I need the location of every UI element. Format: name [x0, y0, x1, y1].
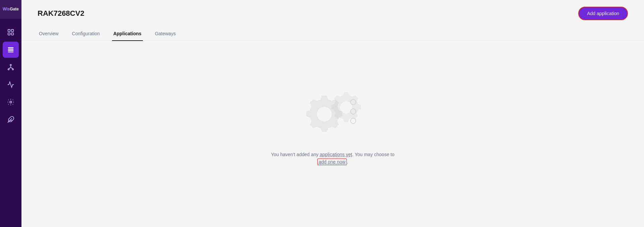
- main-content: RAK7268CV2 Add application Overview Conf…: [21, 0, 644, 227]
- page-title: RAK7268CV2: [38, 9, 84, 18]
- content-area: You haven't added any applications yet. …: [21, 41, 644, 227]
- sidebar-nav: [0, 21, 21, 130]
- sidebar-logo: WisGate: [0, 0, 21, 19]
- puzzle-icon: [7, 116, 14, 123]
- analytics-icon: [7, 81, 14, 88]
- svg-point-10: [12, 69, 14, 70]
- empty-illustration: [303, 89, 363, 143]
- sidebar-item-devices[interactable]: [3, 42, 19, 58]
- svg-rect-4: [8, 47, 14, 48]
- list-circle-2: [350, 108, 356, 115]
- list-circle-1: [350, 99, 356, 105]
- sidebar: WisGate: [0, 0, 21, 227]
- tab-configuration[interactable]: Configuration: [70, 27, 101, 41]
- tab-applications[interactable]: Applications: [112, 27, 143, 41]
- gear-icon: [7, 98, 14, 106]
- add-one-now-link[interactable]: add one now: [317, 158, 347, 165]
- empty-message-part1: You haven't added any: [271, 152, 320, 157]
- sidebar-item-plugins[interactable]: [3, 111, 19, 128]
- sidebar-item-dashboard[interactable]: [3, 24, 19, 40]
- svg-rect-5: [8, 49, 14, 50]
- header: RAK7268CV2 Add application: [21, 0, 644, 27]
- svg-rect-1: [11, 30, 13, 32]
- svg-line-13: [11, 67, 13, 69]
- add-application-button[interactable]: Add application: [578, 7, 628, 20]
- list-lines: [350, 99, 356, 124]
- tab-gateways[interactable]: Gateways: [154, 27, 177, 41]
- svg-point-9: [8, 69, 9, 70]
- tabs-container: Overview Configuration Applications Gate…: [21, 27, 644, 41]
- sidebar-item-analytics[interactable]: [3, 77, 19, 93]
- sidebar-item-network[interactable]: [3, 59, 19, 75]
- small-gear-icon: [331, 92, 361, 123]
- sidebar-item-settings[interactable]: [3, 94, 19, 110]
- logo-text: WisGate: [3, 7, 19, 11]
- svg-rect-6: [8, 50, 14, 51]
- tab-overview[interactable]: Overview: [38, 27, 60, 41]
- list-circle-3: [350, 118, 356, 124]
- svg-point-8: [10, 64, 11, 66]
- svg-rect-3: [11, 33, 13, 35]
- hierarchy-icon: [7, 63, 14, 71]
- svg-rect-0: [8, 30, 10, 32]
- empty-state-text: You haven't added any applications yet. …: [271, 151, 394, 166]
- applications-yet-link[interactable]: applications yet: [320, 152, 352, 157]
- svg-point-14: [10, 101, 12, 103]
- grid-icon: [7, 29, 14, 36]
- empty-message-end: .: [347, 159, 348, 165]
- table-icon: [7, 46, 14, 53]
- empty-message-part2: . You may choose to: [352, 152, 394, 157]
- svg-rect-2: [8, 33, 10, 35]
- svg-rect-7: [8, 52, 14, 52]
- svg-line-12: [9, 67, 11, 69]
